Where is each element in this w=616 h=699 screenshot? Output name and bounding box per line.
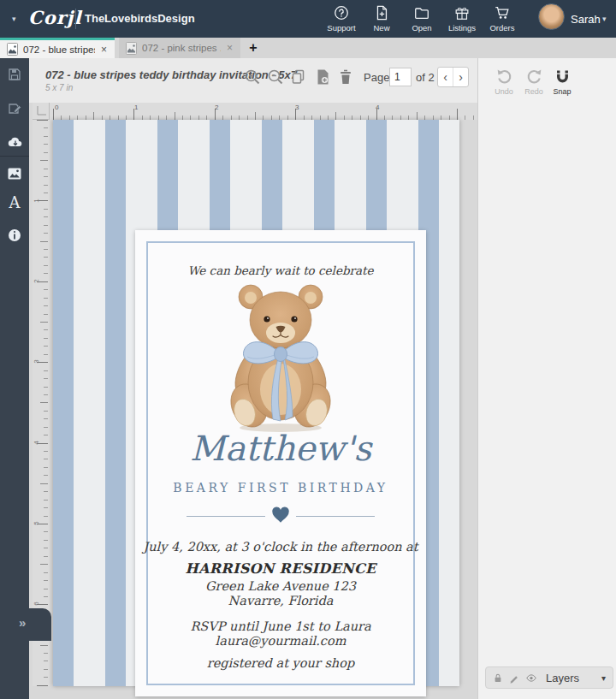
support-label: Support — [323, 23, 360, 33]
zoom-in-button[interactable] — [244, 68, 261, 86]
invitation-card[interactable]: We can bearly wait to celebrate — [135, 230, 426, 696]
trash-icon — [337, 68, 354, 86]
ruler-number: 4 — [33, 441, 40, 444]
eye-icon[interactable] — [525, 672, 537, 684]
support-button[interactable]: Support — [323, 4, 360, 33]
listings-button[interactable]: Listings — [443, 4, 481, 33]
add-page-button[interactable] — [314, 68, 331, 86]
new-tab-button[interactable]: + — [245, 39, 262, 56]
vertical-ruler[interactable]: 1 2 3 4 5 6 — [33, 120, 50, 686]
undo-label: Undo — [490, 87, 518, 96]
folder-icon — [413, 4, 430, 21]
cloud-download-icon — [8, 135, 23, 149]
user-menu-caret-icon[interactable]: ▾ — [602, 15, 607, 23]
ruler-corner — [33, 103, 50, 120]
tab-pink-stripes[interactable]: 072 - pink stripes ... × — [119, 38, 240, 58]
page-count: of 2 — [416, 71, 435, 84]
open-button[interactable]: Open — [403, 4, 441, 33]
sidebar-divider — [0, 156, 29, 157]
save-icon — [8, 68, 21, 81]
tab-close-icon[interactable]: × — [226, 42, 234, 54]
right-panel: Undo Redo Snap Layers ▾ — [477, 58, 616, 699]
invitation-intro-text[interactable]: We can bearly wait to celebrate — [135, 264, 426, 277]
invitation-address-line1[interactable]: Green Lake Avenue 123 — [135, 579, 426, 593]
ruler-number: 2 — [215, 104, 218, 111]
image-icon — [8, 168, 21, 180]
horizontal-ruler[interactable]: 0 1 2 3 4 — [50, 103, 477, 120]
info-button[interactable] — [8, 228, 21, 242]
next-page-button[interactable]: › — [453, 68, 468, 86]
duplicate-icon — [290, 68, 307, 86]
expand-panel-button[interactable]: » — [19, 615, 24, 630]
invitation-rsvp-text[interactable]: RSVP until June 1st to Laura — [135, 619, 426, 633]
ruler-number: 1 — [33, 198, 40, 202]
orders-label: Orders — [483, 23, 521, 33]
image-file-icon — [7, 43, 18, 56]
new-button[interactable]: New — [363, 4, 400, 33]
image-file-icon — [126, 42, 137, 55]
user-avatar[interactable] — [538, 3, 565, 30]
cart-icon — [494, 4, 511, 21]
snap-button[interactable]: Snap — [548, 68, 576, 96]
download-button[interactable] — [8, 135, 21, 149]
invitation-address-line2[interactable]: Navarre, Florida — [135, 594, 426, 607]
lock-icon[interactable] — [493, 672, 503, 684]
save-button[interactable] — [8, 68, 21, 81]
redo-icon — [526, 68, 542, 85]
invitation-datetime-text[interactable]: July 4, 20xx, at 3 o'clock in the aftern… — [135, 540, 426, 554]
info-icon — [8, 228, 21, 242]
ruler-number: 3 — [295, 104, 299, 111]
invitation-venue-text[interactable]: HARRISON RESIDENCE — [135, 560, 426, 577]
orders-button[interactable]: Orders — [483, 4, 521, 33]
ruler-number: 2 — [33, 279, 40, 282]
header-divider — [75, 9, 76, 29]
duplicate-button[interactable] — [290, 68, 307, 86]
zoom-in-icon — [244, 68, 261, 86]
previous-page-button[interactable]: ‹ — [438, 68, 453, 86]
layers-panel-header[interactable]: Layers ▾ — [485, 666, 613, 689]
sidebar-footer: » — [0, 608, 51, 641]
invitation-email-text[interactable]: laura@yourmail.com — [135, 634, 426, 648]
zoom-out-button[interactable] — [267, 68, 284, 86]
tab-label: 072 - pink stripes ... — [142, 43, 221, 53]
undo-icon — [496, 68, 512, 85]
save-as-button[interactable] — [8, 102, 21, 116]
app-menu-caret-icon[interactable]: ▾ — [12, 15, 16, 23]
app-logo[interactable]: Corjl — [28, 7, 81, 28]
design-page[interactable]: We can bearly wait to celebrate — [53, 120, 459, 686]
ruler-number: 6 — [33, 601, 40, 605]
user-name[interactable]: Sarah — [571, 13, 601, 26]
invitation-registry-text[interactable]: registered at your shop — [135, 656, 426, 670]
magnet-icon — [554, 68, 571, 85]
delete-button[interactable] — [337, 68, 354, 86]
pencil-icon[interactable] — [509, 672, 519, 684]
ruler-corner-icon — [33, 103, 50, 120]
heart-icon[interactable] — [271, 506, 290, 524]
page-label: Page — [364, 71, 389, 84]
question-circle-icon — [333, 4, 350, 21]
tab-blue-stripes[interactable]: 072 - blue stripes ... × — [0, 38, 115, 58]
ruler-number: 1 — [134, 104, 138, 111]
redo-button[interactable]: Redo — [520, 68, 548, 96]
document-toolbar: 072 - blue stripes teddy birthday invita… — [29, 58, 477, 103]
zoom-out-icon — [267, 68, 284, 86]
layers-label: Layers — [546, 672, 595, 684]
invitation-name-text[interactable]: Matthew's — [135, 429, 426, 468]
canvas-workspace: 072 - blue stripes teddy birthday invita… — [29, 58, 477, 699]
listings-label: Listings — [443, 23, 481, 33]
ruler-number: 3 — [33, 359, 40, 363]
teddy-bear-illustration[interactable] — [216, 279, 345, 435]
document-size: 5 x 7 in — [45, 83, 73, 92]
text-tool-button[interactable]: A — [8, 195, 21, 209]
tab-close-icon[interactable]: × — [100, 44, 108, 56]
image-tool-button[interactable] — [8, 168, 21, 181]
layers-caret-icon[interactable]: ▾ — [601, 673, 606, 683]
save-edit-icon — [8, 102, 21, 116]
page-number-input[interactable] — [389, 68, 412, 86]
invitation-subtitle-text[interactable]: BEARY FIRST BIRTHDAY — [135, 481, 426, 495]
divider-line-right — [296, 516, 375, 517]
tools-sidebar: A — [0, 58, 29, 699]
undo-button[interactable]: Undo — [490, 68, 518, 96]
new-file-icon — [373, 4, 390, 21]
workspace-name: TheLovebirdsDesign — [85, 12, 195, 25]
